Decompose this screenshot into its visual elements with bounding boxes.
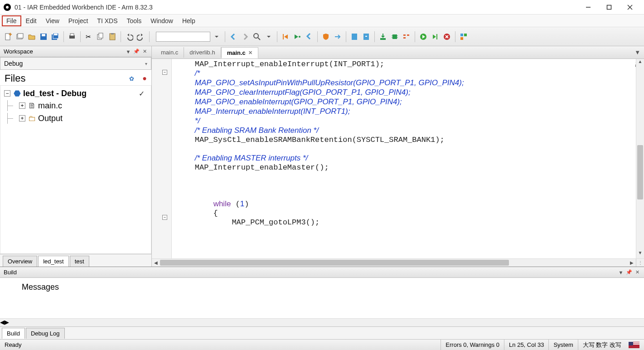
open-button[interactable] (26, 31, 37, 42)
undo-button[interactable] (124, 31, 135, 42)
editor-tab[interactable]: main.c (155, 47, 184, 58)
save-all-button[interactable] (50, 31, 61, 42)
tab-overflow-icon[interactable]: ▼ (631, 49, 644, 56)
workspace-tab-test[interactable]: test (70, 256, 89, 267)
scroll-right-icon[interactable]: ▶ (628, 259, 636, 267)
menu-ti-xds[interactable]: TI XDS (92, 15, 122, 26)
stop-button[interactable] (441, 31, 452, 42)
menu-edit[interactable]: Edit (21, 15, 41, 26)
fold-collapse-icon[interactable]: − (162, 215, 167, 220)
nav-back-button[interactable] (228, 31, 239, 42)
svg-rect-41 (464, 34, 467, 36)
run-button[interactable] (418, 31, 429, 42)
scroll-down-icon[interactable]: ▼ (636, 250, 644, 258)
cube-icon: ⬣ (13, 88, 21, 98)
tree-collapse-icon[interactable]: − (4, 90, 10, 97)
workspace-tab-overview[interactable]: Overview (3, 256, 37, 267)
tree-folder-row[interactable]: + 🗀 Output (4, 112, 147, 125)
flag-icon[interactable] (629, 342, 639, 348)
minimize-button[interactable] (578, 0, 599, 14)
menu-help[interactable]: Help (178, 15, 200, 26)
panel-dropdown-icon[interactable]: ▼ (125, 49, 131, 55)
menu-window[interactable]: Window (146, 15, 178, 26)
panel-close-icon[interactable]: ✕ (634, 269, 640, 276)
build-messages[interactable]: Messages ◀ ▶ (0, 278, 644, 326)
build-tab-build[interactable]: Build (2, 328, 25, 339)
scroll-left-icon[interactable]: ◀ (0, 319, 5, 326)
svg-rect-33 (403, 37, 406, 39)
copy-button[interactable] (95, 31, 106, 42)
close-button[interactable] (620, 0, 640, 14)
title-bar: 01 - IAR Embedded Workbench IDE - Arm 8.… (0, 0, 644, 15)
search-dropdown-icon[interactable] (211, 31, 222, 42)
scroll-left-icon[interactable]: ◀ (152, 259, 160, 267)
scroll-up-icon[interactable]: ▲ (636, 59, 644, 67)
workspace-tree[interactable]: − ⬣ led_test - Debug ✓ + 🗎 main.c + 🗀 Ou… (0, 85, 151, 254)
close-icon[interactable]: ✕ (248, 50, 252, 56)
split-icon[interactable]: ⋮ (636, 259, 644, 267)
bookmark-toggle-button[interactable] (349, 31, 360, 42)
tree-project-row[interactable]: − ⬣ led_test - Debug ✓ (4, 88, 147, 99)
fold-collapse-icon[interactable]: − (162, 70, 167, 75)
maximize-button[interactable] (599, 0, 620, 14)
redo-button[interactable] (136, 31, 146, 42)
vertical-scrollbar[interactable]: ▲ ▼ (636, 59, 644, 258)
step-next-button[interactable] (304, 31, 315, 42)
new-file-button[interactable]: ✚ (3, 31, 14, 42)
chip-button[interactable] (389, 31, 400, 42)
save-button[interactable] (38, 31, 49, 42)
download-button[interactable] (378, 31, 388, 42)
menu-tools[interactable]: Tools (122, 15, 146, 26)
run-to-button[interactable] (430, 31, 441, 42)
svg-point-20 (254, 34, 258, 38)
bookmark-next-button[interactable] (361, 31, 372, 42)
layout-button[interactable] (458, 31, 469, 42)
arrow-right-button[interactable] (332, 31, 343, 42)
editor-tabs: main.cdriverlib.hmain.c✕▼ (152, 46, 644, 59)
editor-gutter[interactable]: − − (152, 59, 172, 258)
app-icon (4, 4, 11, 11)
tree-expand-icon[interactable]: + (19, 115, 25, 122)
step-back-button[interactable] (280, 31, 291, 42)
print-button[interactable] (67, 31, 77, 42)
gear-icon[interactable]: ✿ (129, 75, 134, 82)
toolbar-search-input[interactable] (156, 32, 210, 42)
build-config-value: Debug (4, 60, 23, 67)
menu-view[interactable]: View (41, 15, 64, 26)
tree-file-row[interactable]: + 🗎 main.c (4, 99, 147, 112)
shield-button[interactable] (320, 31, 331, 42)
workspace-tab-led_test[interactable]: led_test (38, 256, 69, 267)
tree-expand-icon[interactable]: + (19, 102, 25, 109)
editor-tab[interactable]: driverlib.h (184, 47, 221, 58)
code-editor[interactable]: MAP_Interrupt_enableInterrupt(INT_PORT1)… (172, 59, 636, 258)
build-tab-debug-log[interactable]: Debug Log (26, 328, 65, 339)
panel-dropdown-icon[interactable]: ▼ (618, 269, 624, 276)
workspace-tabs: Overviewled_testtest (0, 254, 151, 267)
new-ws-button[interactable] (15, 31, 25, 42)
settings-mini-button[interactable] (401, 31, 412, 42)
find-button[interactable] (252, 31, 262, 42)
svg-rect-34 (407, 34, 409, 36)
nav-fwd-button[interactable] (240, 31, 251, 42)
panel-close-icon[interactable]: ✕ (141, 49, 148, 55)
dropdown-button[interactable] (263, 31, 274, 42)
cut-button[interactable]: ✂ (83, 31, 94, 42)
editor-tab[interactable]: main.c✕ (221, 47, 258, 58)
build-header: Build ▼ 📌 ✕ (0, 267, 644, 278)
menu-bar: FileEditViewProjectTI XDSToolsWindowHelp (0, 15, 644, 27)
paste-button[interactable] (107, 31, 118, 42)
scroll-right-icon[interactable]: ▶ (5, 319, 9, 326)
build-panel: Build ▼ 📌 ✕ Messages ◀ ▶ BuildDebug Log (0, 267, 644, 339)
panel-pin-icon[interactable]: 📌 (133, 49, 140, 55)
menu-project[interactable]: Project (64, 15, 93, 26)
build-hscroll[interactable]: ◀ ▶ (0, 318, 644, 326)
scrollbar-thumb[interactable] (637, 145, 643, 199)
build-config-select[interactable]: Debug ▾ (0, 57, 151, 70)
panel-pin-icon[interactable]: 📌 (626, 269, 632, 276)
status-ime: 大写 数字 改写 (578, 340, 626, 350)
step-to-button[interactable] (292, 31, 303, 42)
menu-file[interactable]: File (2, 15, 21, 26)
scrollbar-thumb[interactable] (160, 260, 509, 266)
status-dot-icon: ● (142, 74, 147, 83)
horizontal-scrollbar[interactable]: ◀ ▶ ⋮ (152, 258, 644, 267)
